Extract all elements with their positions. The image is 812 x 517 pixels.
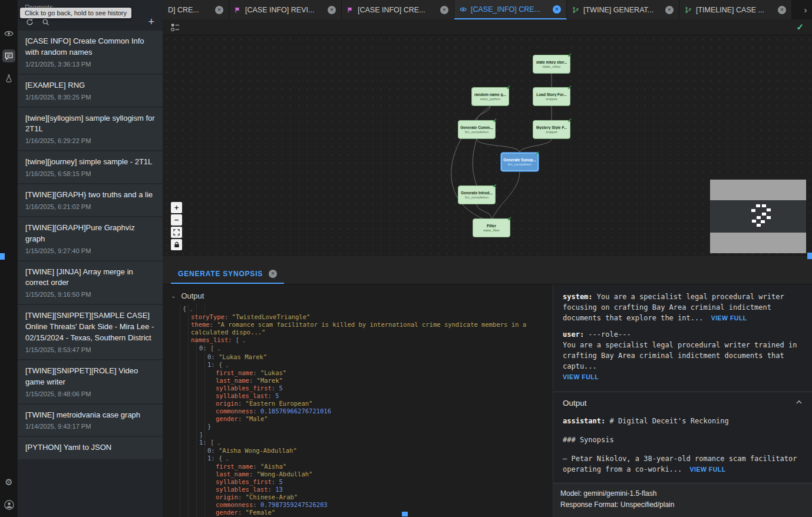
flag-icon [235,6,241,14]
zoom-in-button[interactable]: + [171,202,182,213]
prompt-list-item[interactable]: [TWINE][SNIPPET][ROLE] Video game writer… [18,360,163,403]
refresh-icon[interactable] [26,18,34,26]
close-bottom-tab-icon[interactable]: × [269,270,277,278]
assistant-message: assistant: # Digital Deceit's Reckoning [563,416,803,426]
view-full-link[interactable]: VIEW FULL [690,466,726,473]
json-token: : [238,400,246,407]
eye-icon[interactable] [2,27,15,40]
resize-handle-left[interactable] [0,253,5,260]
node-check-icon: ✓ [535,150,540,157]
prompt-timestamp: 1/15/2025, 8:48:06 PM [25,390,155,397]
close-tab-icon[interactable]: × [328,6,336,14]
user-message: user: ---role--- You are a specialist le… [563,329,803,382]
close-tab-icon[interactable]: × [215,6,223,14]
bottom-panel-header: GENERATE SYNOPSIS × [163,256,812,284]
graph-layout-icon[interactable] [171,23,180,32]
branch-icon [572,6,579,14]
close-tab-icon[interactable]: × [440,6,448,14]
user-text: You are a specialist legal procedural wr… [563,341,797,370]
graph-node[interactable]: state mkey stor...state_mkey✓ [533,55,570,74]
node-title: Generate Synop... [503,158,536,162]
json-token: storyType [191,313,225,320]
minimap[interactable] [710,180,806,253]
minimap-nodes [710,180,806,253]
graph-node[interactable]: random name g...exec_python✓ [471,87,509,106]
prompt-list-item[interactable]: [TWINE][SNIPPET][SAMPLE CASE] Online Thr… [18,305,163,359]
prompt-timestamp: 1/14/2025, 9:43:17 PM [25,423,155,430]
json-line: gender: "Female" [169,509,553,516]
system-role-label: system: [563,293,593,301]
prompt-title: [CASE INFO] Create Common Info with rand… [25,36,155,58]
bottom-panel: GENERATE SYNOPSIS × ⌄ Output { ⌄storyTyp… [163,256,812,517]
close-tab-icon[interactable]: × [553,5,561,14]
node-check-icon: ✓ [493,183,497,189]
json-token: gender [216,509,238,516]
prompt-list-item[interactable]: [CASE INFO] Create Common Info with rand… [18,31,163,74]
graph-node[interactable]: Mystery Style F...snippet✓ [533,120,570,139]
prompt-timestamp: 1/15/2025, 8:53:47 PM [25,346,155,353]
graph-node[interactable]: Generate Introd...llm_completion✓ [458,185,496,204]
graph-node[interactable]: Generate Comm...llm_completion✓ [458,120,496,139]
resize-handle-right[interactable] [807,253,812,259]
graph-node[interactable]: Filterstate_filter✓ [473,218,510,237]
bottom-tab-generate-synopsis[interactable]: GENERATE SYNOPSIS × [171,264,284,284]
flask-icon[interactable] [2,72,15,85]
prompt-list-item[interactable]: [TWINE] [JINJA] Array merge in correct o… [18,261,163,304]
tab-label: [CASE INFO] CRE... [358,6,436,14]
json-token: : [238,415,246,422]
node-subtitle: llm_completion [465,195,488,199]
json-line: syllables_last: 13 [169,486,553,493]
zoom-out-button[interactable]: − [171,214,182,226]
output-collapse-toggle[interactable]: ⌄ Output [163,284,553,304]
json-token: names_list [191,336,228,343]
graph-valid-check-icon: ✓ [796,22,804,32]
collapse-up-icon[interactable] [796,398,803,409]
add-prompt-button[interactable]: + [148,18,154,26]
view-full-link[interactable]: VIEW FULL [711,314,747,322]
json-token: ⌄ [214,346,220,352]
node-subtitle: snippet [546,130,557,134]
fit-view-button[interactable] [171,227,182,238]
node-check-icon: ✓ [507,216,512,222]
graph-node[interactable]: Load Story For...snippet✓ [533,87,570,106]
json-line: origin: "Eastern European" [169,400,553,407]
prompt-list-item[interactable]: [TWINE][GRAPH]Pure Graphviz graph1/15/20… [18,217,163,260]
search-icon[interactable] [42,18,49,26]
editor-tab[interactable]: [CASE_INFO] CRE...× [454,0,567,19]
prompt-list-item[interactable]: [PYTHON] Yaml to JSON [18,437,163,459]
node-title: state mkey stor... [536,60,567,64]
editor-tab[interactable]: D] CRE...× [163,0,229,19]
lock-button[interactable] [171,239,182,250]
json-token: "Chinese-Arab" [246,493,298,501]
prompt-list-item[interactable]: [EXAMPLE] RNG1/16/2025, 8:30:25 PM [18,75,163,107]
json-line: first_name: "Aisha" [169,463,553,470]
editor-tab[interactable]: [CASE INFO] REVI...× [229,0,342,19]
json-token: 13 [275,486,283,493]
view-full-link[interactable]: VIEW FULL [563,373,599,380]
prompts-icon[interactable] [2,49,15,62]
json-token: : [272,385,279,392]
graph-canvas[interactable]: + − state mkey stor...state_mkey✓ran [163,35,812,256]
gear-icon[interactable]: ⚙ [2,476,15,489]
json-token: ⌄ [239,337,246,343]
json-token: 0.7987359247526203 [260,501,328,508]
editor-tab[interactable]: [TWINE] GENERAT...× [567,0,679,19]
graph-node[interactable]: Generate Synop...llm_completion✓ [501,153,539,171]
json-token: : [211,447,219,454]
prompt-list-item[interactable]: [TWINE] metroidvania case graph1/14/2025… [18,405,163,436]
account-icon[interactable] [2,498,15,511]
close-tab-icon[interactable]: × [665,6,674,14]
editor-tab[interactable]: [TIMELINE] CASE ...× [679,0,792,19]
node-subtitle: state_filter [483,228,500,232]
tab-scroll-right-icon[interactable]: › [799,0,812,19]
json-token: ⌄ [214,440,220,446]
json-token: "Male" [246,415,268,422]
prompt-list-item[interactable]: [twine][syllogism] sample syllogism for … [18,108,163,151]
editor-tab[interactable]: [CASE INFO] CRE...× [342,0,454,19]
prompt-list-item[interactable]: [twine][journey] simple sample - 2T1L1/1… [18,151,163,183]
close-tab-icon[interactable]: × [778,6,786,14]
prompt-list-item[interactable]: [TWINE][GRAPH} two truths and a lie1/16/… [18,184,163,216]
json-tree[interactable]: { ⌄storyType: "TwistedLoveTriangle"theme… [163,304,553,517]
prompt-title: [TWINE] [JINJA] Array merge in correct o… [25,267,155,289]
resize-handle-bottom[interactable] [402,512,408,516]
